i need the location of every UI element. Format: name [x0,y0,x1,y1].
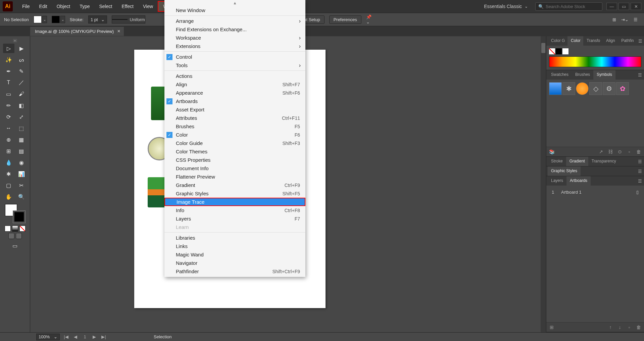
prev-artboard-button[interactable]: ◀ [72,334,79,340]
list-icon[interactable]: ☰ [631,15,640,24]
artboard-nav-field[interactable]: 1 [82,334,88,340]
artboard-orientation-icon[interactable]: ▯ [636,190,639,195]
menu-item-links[interactable]: Links [164,242,305,250]
menu-item-navigator[interactable]: Navigator [164,259,305,267]
scale-tool[interactable]: ⤢ [16,112,27,121]
screen-mode[interactable]: ▭ [9,241,21,250]
tab-align[interactable]: Align [603,36,618,46]
next-artboard-button[interactable]: ▶ [91,334,97,340]
document-tab[interactable]: Image.ai @ 100% (CMYK/GPU Preview) ✕ [30,27,124,36]
move-up-icon[interactable]: ↑ [607,324,614,331]
menu-item-graphic-styles[interactable]: Graphic StylesShift+F5 [164,189,305,198]
rectangle-tool[interactable]: ▭ [3,89,14,99]
fill-stroke-indicator[interactable] [5,204,25,223]
fill-dropdown[interactable]: ⌄ [42,16,47,23]
symbol-6[interactable]: ✿ [616,82,629,95]
panel-menu-icon[interactable]: ☰ [636,70,644,80]
tab-artboards[interactable]: Artboards [566,176,591,186]
tab-layers[interactable]: Layers [548,176,566,186]
menu-select[interactable]: Select [95,2,117,11]
menu-item-align[interactable]: AlignShift+F7 [164,80,305,89]
stroke-weight-input[interactable]: 1 pt⌄ [88,15,107,23]
symbol-3[interactable] [576,82,589,95]
panel-menu-icon[interactable]: ☰ [636,36,644,46]
options-icon[interactable]: ⊙ [616,148,623,155]
tab-color-guide[interactable]: Color G [548,36,567,46]
library-icon[interactable]: 📚 [548,148,555,155]
menu-file[interactable]: File [17,2,35,11]
search-stock-input[interactable] [546,4,599,9]
menu-item-attributes[interactable]: AttributesCtrl+F11 [164,114,305,122]
menu-object[interactable]: Object [52,2,75,11]
menu-item-info[interactable]: InfoCtrl+F8 [164,206,305,214]
eyedropper-tool[interactable]: 💧 [3,158,14,167]
fill-swatch[interactable] [34,16,42,23]
graph-tool[interactable]: 📊 [16,169,27,179]
mesh-tool[interactable]: ⊞ [3,146,14,156]
tab-transform[interactable]: Transfo [583,36,603,46]
menu-item-flattener-preview[interactable]: Flattener Preview [164,173,305,181]
workspace-dropdown[interactable]: Essentials Classic [479,2,533,11]
tab-graphic-styles[interactable]: Graphic Styles [548,166,581,176]
delete-artboard-icon[interactable]: 🗑 [635,324,642,331]
pin-icon[interactable]: 📌⌄ [366,15,375,24]
vertical-scrollbar[interactable] [541,36,546,332]
menu-item-workspace[interactable]: Workspace [164,34,305,42]
menu-item-layers[interactable]: LayersF7 [164,214,305,223]
menu-item-color-guide[interactable]: Color GuideShift+F3 [164,139,305,147]
artboard-row[interactable]: 1 Artboard 1 ▯ [549,188,641,196]
black-swatch[interactable] [556,48,562,54]
menu-item-css-properties[interactable]: CSS Properties [164,156,305,164]
type-tool[interactable]: T [3,78,14,87]
line-tool[interactable]: ／ [16,78,27,87]
eraser-tool[interactable]: ◧ [16,101,27,110]
menu-item-find-extensions-on-exchange-[interactable]: Find Extensions on Exchange... [164,25,305,34]
menu-item-arrange[interactable]: Arrange [164,17,305,25]
move-down-icon[interactable]: ↓ [616,324,623,331]
menu-item-color-themes[interactable]: Color Themes [164,147,305,156]
symbol-2[interactable]: ✱ [562,82,575,95]
panel-menu-icon[interactable]: ☰ [636,157,644,166]
rearrange-icon[interactable]: ⊞ [548,324,555,331]
close-icon[interactable]: ✕ [117,29,120,34]
selection-tool[interactable]: ▷ [3,44,14,53]
menu-item-appearance[interactable]: AppearanceShift+F6 [164,89,305,97]
magic-wand-tool[interactable]: ✨ [3,55,14,64]
new-artboard-icon[interactable]: ▫ [626,324,633,331]
lasso-tool[interactable]: ᔕ [16,55,27,64]
zoom-tool[interactable]: 🔍 [16,192,27,201]
artboard-tool[interactable]: ▢ [3,181,14,190]
menu-edit[interactable]: Edit [35,2,52,11]
white-swatch[interactable] [562,48,568,54]
menu-type[interactable]: Type [75,2,94,11]
menu-item-image-trace[interactable]: Image Trace [164,198,305,206]
tab-stroke[interactable]: Stroke [548,157,566,166]
menu-item-brushes[interactable]: BrushesF5 [164,122,305,131]
window-maximize[interactable]: ▭ [618,3,629,10]
tab-gradient[interactable]: Gradient [566,157,588,166]
new-icon[interactable]: ▫ [626,148,633,155]
menu-item-control[interactable]: ✓Control [164,53,305,61]
tab-color[interactable]: Color [567,36,583,46]
menu-item-libraries[interactable]: Libraries [164,234,305,242]
width-tool[interactable]: ↔ [3,124,14,133]
menu-item-color[interactable]: ✓ColorF6 [164,131,305,139]
menu-item-pathfinder[interactable]: PathfinderShift+Ctrl+F9 [164,267,305,276]
rotate-tool[interactable]: ⟳ [3,112,14,121]
first-artboard-button[interactable]: |◀ [63,334,69,340]
color-mode[interactable] [5,226,11,232]
last-artboard-button[interactable]: ▶| [101,334,107,340]
draw-behind[interactable] [16,233,22,239]
symbol-4[interactable]: ◇ [589,82,602,95]
toolbox-collapse[interactable]: « [13,39,17,42]
tab-pathfinder[interactable]: Pathfin [618,36,636,46]
align-icon[interactable]: ⇥⌄ [621,15,629,24]
perspective-tool[interactable]: ▦ [16,135,27,144]
pen-tool[interactable]: ✒ [3,66,14,76]
menu-item-magic-wand[interactable]: Magic Wand [164,250,305,259]
place-icon[interactable]: ↗ [598,148,604,155]
stroke-profile-dropdown[interactable]: Uniform [112,15,145,23]
preferences-button[interactable]: Preferences [329,15,361,24]
menu-item-tools[interactable]: Tools [164,61,305,69]
blend-tool[interactable]: ◉ [16,158,27,167]
